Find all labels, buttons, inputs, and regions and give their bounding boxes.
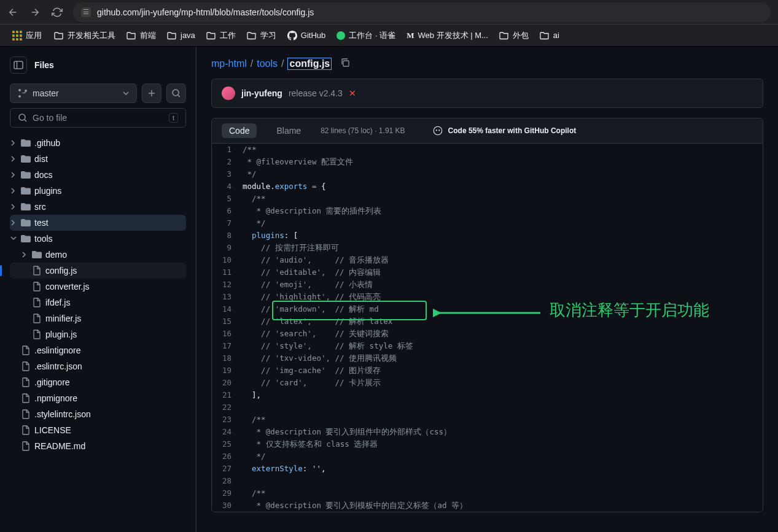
code-line[interactable]: 2 * @fileoverview 配置文件 [212,156,763,168]
bookmark-item[interactable]: 外包 [494,28,534,44]
tree-folder[interactable]: demo [10,247,186,263]
svg-point-7 [438,129,440,131]
tree-folder[interactable]: .github [10,135,186,151]
search-icon [18,113,28,123]
tree-file[interactable]: config.js [10,263,186,279]
tree-folder[interactable]: docs [10,167,186,183]
tree-folder[interactable]: dist [10,151,186,167]
tree-file[interactable]: LICENSE [10,422,186,438]
code-line[interactable]: 28 [212,475,763,487]
site-settings-icon[interactable]: ☰ [81,7,91,17]
code-line[interactable]: 7 */ [212,217,763,229]
copy-path-icon[interactable] [340,58,350,70]
apps-shortcut[interactable]: 应用 [7,28,47,44]
bookmark-item[interactable]: 前端 [122,28,161,44]
back-button[interactable] [7,7,18,18]
annotation-text: 取消注释等于开启功能 [550,299,709,321]
branch-selector[interactable]: master [10,83,137,103]
bookmark-item[interactable]: GitHub [282,28,330,44]
copilot-icon [432,125,443,136]
reload-button[interactable] [52,7,63,18]
code-line[interactable]: 25 * 仅支持标签名和 class 选择器 [212,438,763,450]
url-bar[interactable]: ☰ github.com/jin-yufeng/mp-html/blob/mas… [72,2,771,22]
code-line[interactable]: 3 */ [212,168,763,180]
tree-file[interactable]: .stylelintrc.json [10,406,186,422]
url-text: github.com/jin-yufeng/mp-html/blob/maste… [97,7,314,17]
code-line[interactable]: 26 */ [212,450,763,463]
svg-point-2 [173,90,179,96]
tree-file[interactable]: .gitignore [10,374,186,390]
bookmark-item[interactable]: 工作 [201,28,241,44]
breadcrumb: mp-html / tools / config.js [196,47,778,79]
tab-blame[interactable]: Blame [269,123,308,138]
tab-code[interactable]: Code [222,123,257,138]
code-line[interactable]: 17 // 'style', // 解析 style 标签 [212,340,763,352]
bookmark-item[interactable]: ai [535,28,564,44]
status-fail-icon[interactable]: ✕ [349,88,356,98]
code-line[interactable]: 20 // 'card', // 卡片展示 [212,377,763,389]
tree-file[interactable]: .eslintignore [10,342,186,358]
code-line[interactable]: 8 plugins: [ [212,229,763,242]
code-line[interactable]: 21 ], [212,389,763,401]
code-line[interactable]: 23 /** [212,414,763,426]
tree-file[interactable]: README.md [10,438,186,454]
tree-folder[interactable]: test [10,215,186,231]
svg-point-5 [434,126,442,135]
bookmark-item[interactable]: 工作台 · 语雀 [332,28,400,44]
bookmark-item[interactable]: java [162,28,200,44]
copilot-cta[interactable]: Code 55% faster with GitHub Copilot [432,125,577,136]
code-line[interactable]: 22 [212,401,763,414]
tree-file[interactable]: converter.js [10,279,186,295]
tree-file[interactable]: .eslintrc.json [10,358,186,374]
svg-point-6 [435,129,437,131]
search-button[interactable] [166,83,186,103]
bookmarks-bar: 应用 开发相关工具前端java工作学习GitHub工作台 · 语雀MWeb 开发… [0,25,778,47]
tree-folder[interactable]: src [10,199,186,215]
code-line[interactable]: 9 // 按需打开注释即可 [212,242,763,254]
sidebar-title: Files [34,60,54,70]
branch-icon [18,88,28,98]
file-sidebar: Files master Go to file t .githubdistdoc… [0,47,196,532]
code-line[interactable]: 24 * @description 要引入到组件中的外部样式（css） [212,426,763,438]
code-line[interactable]: 30 * @description 要引入到模板中的自定义标签（ad 等） [212,499,763,512]
bookmark-item[interactable]: 开发相关工具 [49,28,120,44]
code-line[interactable]: 29 /** [212,487,763,499]
crumb-file: config.js [287,58,332,70]
go-to-file-input[interactable]: Go to file t [10,108,186,128]
crumb-folder[interactable]: tools [257,58,278,69]
code-line[interactable]: 18 // 'txv-video', // 使用腾讯视频 [212,352,763,364]
tree-file[interactable]: .npmignore [10,390,186,406]
kbd-hint: t [169,113,178,123]
main-content: mp-html / tools / config.js jin-yufeng r… [196,47,778,532]
code-line[interactable]: 6 * @description 需要的插件列表 [212,205,763,217]
code-line[interactable]: 12 // 'emoji', // 小表情 [212,279,763,291]
code-body[interactable]: 1/**2 * @fileoverview 配置文件3 */4module.ex… [212,144,763,512]
forward-button[interactable] [29,7,41,18]
add-button[interactable] [142,83,161,103]
tree-folder[interactable]: tools [10,231,186,247]
svg-rect-4 [343,61,349,66]
tree-file[interactable]: minifier.js [10,310,186,326]
code-line[interactable]: 5 /** [212,193,763,205]
sidebar-toggle-icon[interactable] [10,56,27,74]
commit-author[interactable]: jin-yufeng [241,88,282,98]
bookmark-item[interactable]: 学习 [242,28,281,44]
svg-point-3 [19,114,25,120]
bookmark-item[interactable]: MWeb 开发技术 | M... [402,28,493,44]
file-meta: 82 lines (75 loc) · 1.91 KB [321,126,405,135]
author-avatar[interactable] [222,87,235,100]
code-line[interactable]: 11 // 'editable', // 内容编辑 [212,266,763,279]
code-line[interactable]: 4module.exports = { [212,180,763,193]
code-line[interactable]: 19 // 'img-cache' // 图片缓存 [212,364,763,377]
browser-toolbar: ☰ github.com/jin-yufeng/mp-html/blob/mas… [0,0,778,25]
tree-folder[interactable]: plugins [10,183,186,199]
code-line[interactable]: 1/** [212,144,763,156]
code-line[interactable]: 16 // 'search', // 关键词搜索 [212,328,763,340]
latest-commit[interactable]: jin-yufeng release v2.4.3 ✕ [211,79,763,108]
tree-file[interactable]: ifdef.js [10,295,186,310]
tree-file[interactable]: plugin.js [10,326,186,342]
crumb-repo[interactable]: mp-html [211,58,247,69]
commit-message[interactable]: release v2.4.3 [289,88,343,98]
code-line[interactable]: 27 externStyle: '', [212,463,763,475]
code-line[interactable]: 10 // 'audio', // 音乐播放器 [212,254,763,266]
